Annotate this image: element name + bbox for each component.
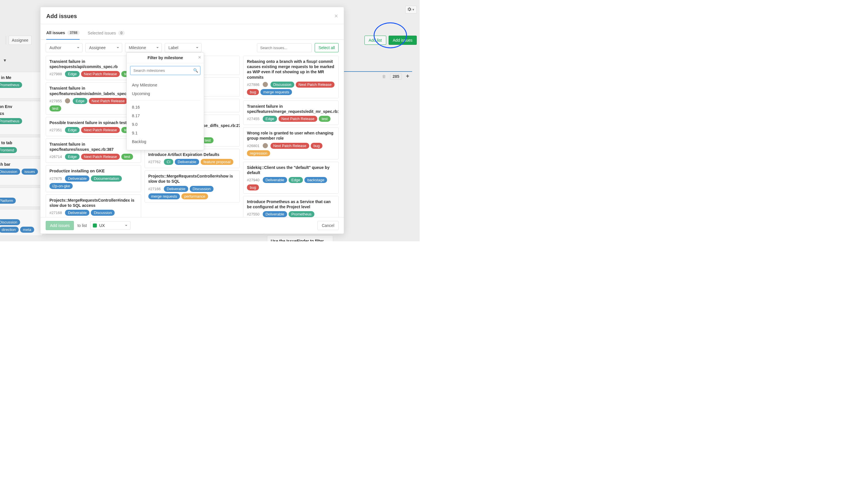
label-badge[interactable]: Deliverable <box>65 175 89 182</box>
label-badge[interactable]: Next Patch Release <box>296 82 335 88</box>
issue-card[interactable]: Productize installing on GKE#27875Delive… <box>46 165 141 192</box>
label-badge[interactable]: Prometheus <box>288 211 315 217</box>
label-badge[interactable]: CI <box>164 159 173 165</box>
label-badge[interactable]: Deliverable <box>263 177 287 183</box>
tab-count: 0 <box>118 31 125 35</box>
milestone-dropdown[interactable]: Milestone <box>125 43 162 52</box>
label-badge[interactable]: Discussion <box>271 82 294 88</box>
issue-card[interactable]: Sidekiq::Client uses the "default" queue… <box>243 162 339 194</box>
label-badge[interactable]: test <box>121 154 133 160</box>
issue-iid: #27351 <box>50 128 62 132</box>
label-badge[interactable]: Edge <box>65 154 79 160</box>
milestone-option[interactable]: Upcoming <box>127 89 204 98</box>
label-badge[interactable]: Deliverable <box>175 159 199 165</box>
label-badge[interactable]: i2p-on-gke <box>50 183 73 189</box>
to-list-label: to list <box>77 223 87 228</box>
author-dropdown[interactable]: Author <box>46 43 83 52</box>
label-badge[interactable]: test <box>50 105 61 111</box>
target-list-dropdown[interactable]: UX <box>90 221 130 230</box>
label-badge[interactable]: Next Patch Release <box>271 143 309 149</box>
popover-list: Any MilestoneUpcoming 8.168.179.09.1Back… <box>127 78 204 150</box>
issue-card[interactable]: Rebasing onto a branch with a fixup! com… <box>243 56 339 98</box>
label-badge[interactable]: backstage <box>304 177 327 183</box>
cancel-button[interactable]: Cancel <box>317 221 339 230</box>
issue-iid: #27940 <box>247 178 259 182</box>
issue-card[interactable]: Transient failure in spec/features/merge… <box>243 100 339 125</box>
card-meta: #27168DeliverableDiscussionmerge request… <box>50 210 137 217</box>
label-badge[interactable]: bug <box>311 143 323 149</box>
label-badge[interactable]: Deliverable <box>65 210 89 216</box>
milestone-search-input[interactable] <box>130 66 200 75</box>
card-title: Transient failure in spec/features/admin… <box>50 86 137 96</box>
issue-card[interactable]: Introduce Artifact Expiration Defaults#2… <box>145 149 240 168</box>
label-badge[interactable]: Documentation <box>91 175 121 182</box>
card-title: Transient failure in spec/features/issue… <box>50 142 137 152</box>
issue-card[interactable]: Wrong role is granted to user when chang… <box>243 127 339 159</box>
label-badge[interactable]: Next Patch Release <box>278 116 317 122</box>
label-badge[interactable]: Edge <box>65 127 79 133</box>
label-badge[interactable]: Deliverable <box>263 211 287 217</box>
target-list-label: UX <box>99 223 105 228</box>
issue-card[interactable]: Projects::MergeRequestsController#show i… <box>145 170 240 202</box>
assignee-avatar[interactable] <box>65 98 70 104</box>
card-meta: #27762CIDeliverablefeature proposal <box>148 159 236 165</box>
card-title: Possible transient failure in spinach te… <box>50 120 137 125</box>
label-badge[interactable]: Next Patch Release <box>81 71 120 77</box>
search-issues-input[interactable] <box>257 43 312 52</box>
card-title: Rebasing onto a branch with a fixup! com… <box>247 59 335 80</box>
popover-title: Filter by milestone <box>147 55 183 60</box>
label-badge[interactable]: performance <box>181 193 208 199</box>
label-badge[interactable]: test <box>319 116 330 122</box>
label-badge[interactable]: bug <box>247 89 259 95</box>
tab-count: 3788 <box>67 30 80 35</box>
assignee-avatar[interactable] <box>263 143 268 148</box>
modal-header: Add issues × <box>41 7 344 24</box>
popover-header: Filter by milestone × <box>127 53 204 63</box>
modal-tabs: All issues 3788 Selected issues 0 <box>41 24 344 40</box>
assignee-avatar[interactable] <box>263 82 268 87</box>
card-title: Wrong role is granted to user when chang… <box>247 130 335 141</box>
card-title: Transient failure in spec/requests/api/c… <box>50 59 137 69</box>
tab-selected-issues[interactable]: Selected issues 0 <box>88 28 125 39</box>
label-badge[interactable]: Discussion <box>91 210 115 216</box>
card-meta: #27875DeliverableDocumentationi2p-on-gke <box>50 175 137 189</box>
tab-label: All issues <box>46 30 65 35</box>
issue-iid: #27455 <box>247 117 259 121</box>
milestone-option[interactable]: 8.16 <box>127 103 204 111</box>
label-badge[interactable]: Next Patch Release <box>81 127 120 133</box>
label-badge[interactable]: Edge <box>263 116 277 122</box>
issue-iid: #27886 <box>247 83 259 87</box>
label-badge[interactable]: Next Patch Release <box>89 98 128 104</box>
label-badge[interactable]: bug <box>247 184 259 191</box>
tab-label: Selected issues <box>88 31 116 35</box>
issue-iid: #27988 <box>50 72 62 76</box>
milestone-option[interactable]: Any Milestone <box>127 81 204 89</box>
label-badge[interactable]: Edge <box>288 177 303 183</box>
milestone-option[interactable]: 9.0 <box>127 120 204 129</box>
milestone-option[interactable]: 9.1 <box>127 129 204 137</box>
milestone-option[interactable]: Backlog <box>127 137 204 146</box>
label-badge[interactable]: Edge <box>65 71 79 77</box>
label-badge[interactable]: Next Patch Release <box>81 154 120 160</box>
label-badge[interactable]: Deliverable <box>164 186 188 192</box>
close-icon[interactable]: × <box>198 55 201 60</box>
label-badge[interactable]: regression <box>247 150 270 156</box>
search-icon: 🔍 <box>193 68 198 73</box>
label-badge[interactable]: feature proposal <box>201 159 233 165</box>
label-badge[interactable]: Discussion <box>190 186 213 192</box>
issue-card[interactable]: Introduce Prometheus as a Service that c… <box>243 196 339 217</box>
label-badge[interactable]: Edge <box>73 98 87 104</box>
label-dropdown[interactable]: Label <box>165 43 201 52</box>
select-all-button[interactable]: Select all <box>315 43 339 52</box>
tab-all-issues[interactable]: All issues 3788 <box>46 28 80 40</box>
label-badge[interactable]: merge requests <box>261 89 292 95</box>
milestone-option[interactable]: 8.17 <box>127 111 204 120</box>
close-icon[interactable]: × <box>334 12 338 20</box>
assignee-dropdown[interactable]: Assignee <box>85 43 122 52</box>
issue-iid: #26801 <box>247 143 259 148</box>
add-issues-submit-button[interactable]: Add issues <box>46 221 74 230</box>
popover-separator <box>130 100 200 100</box>
label-badge[interactable]: merge requests <box>148 193 180 199</box>
issue-card[interactable]: Projects::MergeRequestsController#index … <box>46 194 141 217</box>
issue-iid: #27166 <box>148 187 161 191</box>
